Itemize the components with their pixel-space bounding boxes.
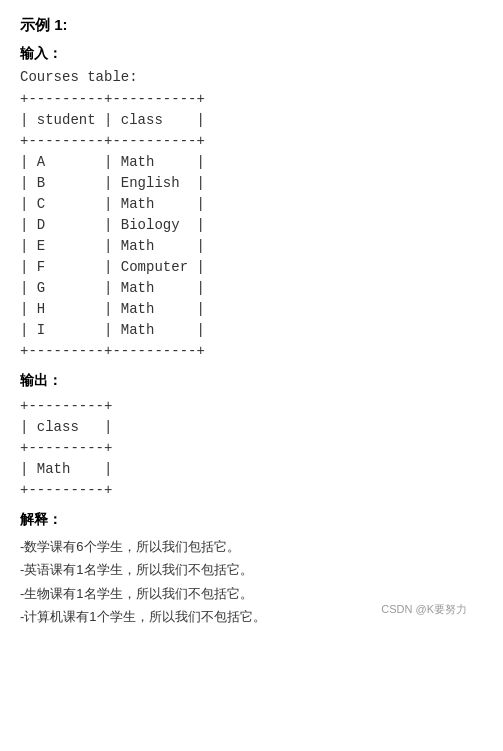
- table-row: | A | Math |: [20, 152, 483, 173]
- input-table-separator-bottom: +---------+----------+: [20, 341, 483, 362]
- output-table-rows: | Math |: [20, 459, 483, 480]
- input-table-separator-top: +---------+----------+: [20, 89, 483, 110]
- output-table-separator-mid: +---------+: [20, 438, 483, 459]
- input-table-separator-mid: +---------+----------+: [20, 131, 483, 152]
- table-row: | B | English |: [20, 173, 483, 194]
- table-row: | E | Math |: [20, 236, 483, 257]
- output-table-header: | class |: [20, 417, 483, 438]
- input-label: 输入：: [20, 45, 483, 63]
- table-row: | I | Math |: [20, 320, 483, 341]
- table-row: | Math |: [20, 459, 483, 480]
- table-row: | G | Math |: [20, 278, 483, 299]
- page-content: 示例 1: 输入： Courses table: +---------+----…: [20, 16, 483, 629]
- table-row: | C | Math |: [20, 194, 483, 215]
- input-table-rows: | A | Math || B | English || C | Math ||…: [20, 152, 483, 341]
- courses-table-label: Courses table:: [20, 69, 483, 85]
- table-row: | D | Biology |: [20, 215, 483, 236]
- explanation-line: -英语课有1名学生，所以我们不包括它。: [20, 558, 483, 581]
- output-label: 输出：: [20, 372, 483, 390]
- section-title: 示例 1:: [20, 16, 483, 35]
- input-table: +---------+----------+ | student | class…: [20, 89, 483, 362]
- explanation-line: -数学课有6个学生，所以我们包括它。: [20, 535, 483, 558]
- output-table: +---------+ | class | +---------+ | Math…: [20, 396, 483, 501]
- output-table-separator-bottom: +---------+: [20, 480, 483, 501]
- table-row: | F | Computer |: [20, 257, 483, 278]
- output-table-separator-top: +---------+: [20, 396, 483, 417]
- table-row: | H | Math |: [20, 299, 483, 320]
- input-table-header: | student | class |: [20, 110, 483, 131]
- explanation-label: 解释：: [20, 511, 483, 529]
- watermark: CSDN @K要努力: [381, 602, 467, 617]
